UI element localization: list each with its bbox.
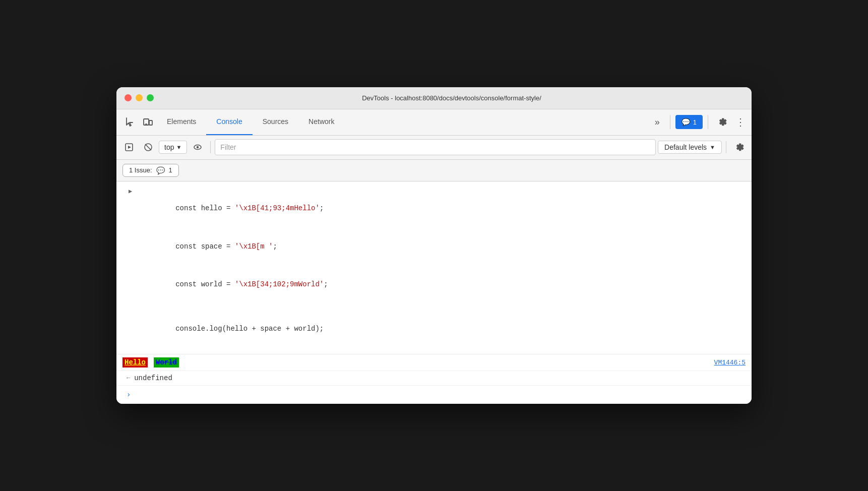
tab-elements[interactable]: Elements [157, 109, 206, 135]
eye-icon [193, 143, 202, 152]
undefined-row: ← undefined [116, 371, 752, 386]
run-icon [125, 143, 134, 152]
minimize-button[interactable] [136, 94, 143, 101]
issue-bar: 1 Issue: 💬 1 [116, 160, 752, 181]
console-settings-button[interactable] [730, 139, 748, 156]
code-line-3: const world = '\x1B[34;102;9mWorld'; [142, 266, 746, 304]
inspect-icon-button[interactable] [120, 113, 139, 131]
devtools-window: DevTools - localhost:8080/docs/devtools/… [116, 87, 752, 404]
tab-network[interactable]: Network [298, 109, 344, 135]
code-line-1: const hello = '\x1B[41;93;4mHello'; [142, 190, 746, 228]
output-text: Hello World [122, 357, 179, 367]
clear-console-button[interactable] [140, 139, 157, 156]
context-selector[interactable]: top ▼ [159, 141, 187, 154]
separator2 [708, 115, 708, 129]
issue-pill-icon: 💬 [156, 166, 165, 174]
svg-marker-4 [128, 146, 131, 149]
svg-point-8 [197, 146, 199, 148]
settings-separator [726, 141, 726, 153]
issue-badge-icon: 💬 [681, 118, 690, 126]
cursor-icon [125, 117, 135, 127]
separator [670, 115, 670, 129]
vm-link[interactable]: VM1446:5 [714, 359, 746, 366]
console-output: ▶ const hello = '\x1B[41;93;4mHello'; co… [116, 181, 752, 404]
expand-arrow[interactable]: ▶ [129, 188, 132, 195]
svg-rect-1 [149, 120, 152, 125]
eye-button[interactable] [189, 139, 206, 156]
tab-console[interactable]: Console [206, 109, 252, 135]
settings-button[interactable] [713, 113, 730, 131]
tab-list: Elements Console Sources Network [157, 109, 650, 135]
console-prompt-row[interactable]: › [116, 386, 752, 404]
issue-label: 1 Issue: [129, 166, 152, 174]
issue-badge-count: 1 [693, 118, 697, 126]
kebab-menu-button[interactable]: ⋮ [733, 113, 748, 131]
filter-input[interactable] [215, 139, 656, 155]
console-toolbar: top ▼ Default levels ▼ [116, 136, 752, 160]
tabs-bar: Elements Console Sources Network » 💬 1 ⋮ [116, 109, 752, 136]
prompt-icon: › [127, 391, 131, 399]
code-entry: ▶ const hello = '\x1B[41;93;4mHello'; co… [116, 181, 752, 354]
close-button[interactable] [125, 94, 132, 101]
issue-badge-button[interactable]: 💬 1 [675, 115, 703, 129]
clear-icon [144, 143, 153, 152]
default-levels-button[interactable]: Default levels ▼ [658, 141, 722, 154]
traffic-lights [125, 94, 154, 101]
device-icon-button[interactable] [139, 113, 157, 131]
console-gear-icon [734, 142, 744, 152]
world-output: World [154, 357, 179, 367]
gear-icon [717, 117, 727, 127]
more-tabs-button[interactable]: » [650, 114, 665, 131]
tabs-right-controls: » 💬 1 ⋮ [650, 113, 748, 131]
default-levels-label: Default levels [664, 143, 707, 151]
code-line-4: console.log(hello + space + world); [142, 310, 746, 348]
context-label: top [164, 143, 174, 151]
maximize-button[interactable] [147, 94, 154, 101]
levels-dropdown-arrow: ▼ [710, 144, 715, 150]
left-arrow-icon: ← [127, 375, 130, 382]
undefined-text: undefined [134, 374, 172, 382]
context-dropdown-arrow: ▼ [176, 144, 181, 150]
window-title: DevTools - localhost:8080/docs/devtools/… [160, 94, 743, 102]
svg-line-6 [145, 144, 151, 150]
run-button[interactable] [120, 139, 138, 156]
output-row: Hello World VM1446:5 [116, 354, 752, 371]
filter-separator [210, 141, 211, 153]
hello-output: Hello [122, 357, 148, 367]
issue-pill-count: 1 [169, 166, 172, 174]
title-bar: DevTools - localhost:8080/docs/devtools/… [116, 87, 752, 109]
tab-sources[interactable]: Sources [253, 109, 298, 135]
issue-pill-button[interactable]: 1 Issue: 💬 1 [122, 164, 179, 177]
code-line-2: const space = '\x1B[m '; [142, 227, 746, 266]
device-icon [143, 117, 153, 127]
